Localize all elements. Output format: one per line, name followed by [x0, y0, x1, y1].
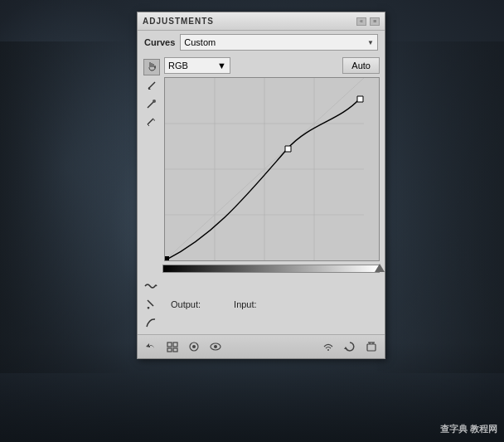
channel-dropdown-arrow: ▼ — [217, 61, 226, 70]
svg-point-14 — [214, 345, 217, 348]
tree-left-decoration — [0, 41, 133, 373]
wave-tool-button[interactable] — [143, 278, 159, 294]
svg-rect-9 — [167, 348, 172, 352]
slider-row — [138, 265, 385, 276]
tree-right-decoration — [371, 41, 504, 373]
left-toolbar — [143, 57, 161, 261]
hand-tool-button[interactable] — [143, 59, 160, 75]
circle-icon-button[interactable] — [186, 338, 202, 355]
eye-icon-button[interactable] — [207, 338, 224, 355]
curves-canvas-wrapper[interactable] — [164, 77, 380, 261]
svg-point-3 — [153, 100, 156, 103]
curve-editor-area: RGB ▼ Auto — [164, 57, 380, 261]
channel-value: RGB — [168, 61, 188, 70]
slider-handle-right[interactable] — [375, 264, 385, 272]
input-label: Input: — [234, 299, 257, 309]
pencil3-tool-button[interactable] — [143, 114, 160, 130]
channel-dropdown[interactable]: RGB ▼ — [164, 57, 230, 74]
refresh-icon-button[interactable] — [342, 338, 358, 355]
undo-button[interactable] — [143, 338, 159, 355]
svg-rect-8 — [173, 342, 177, 347]
svg-rect-7 — [167, 342, 172, 347]
curves-label: Curves — [144, 37, 175, 47]
adjustments-panel: ADJUSTMENTS « ≡ Curves Custom ▼ — [137, 12, 385, 359]
panel-collapse-button[interactable]: « — [356, 17, 366, 26]
watermark: 查字典 教程网 — [440, 423, 497, 435]
panel-title: ADJUSTMENTS — [143, 17, 214, 26]
svg-line-6 — [148, 300, 153, 306]
pencil2-tool-button[interactable] — [143, 95, 160, 112]
svg-line-4 — [148, 119, 153, 124]
svg-line-0 — [148, 82, 155, 89]
panel-titlebar: ADJUSTMENTS « ≡ — [138, 12, 385, 31]
svg-marker-15 — [344, 347, 347, 349]
auto-button[interactable]: Auto — [342, 57, 380, 74]
create-adjustment-button[interactable] — [164, 338, 181, 355]
svg-rect-16 — [367, 344, 376, 351]
delete-button[interactable] — [363, 338, 380, 355]
output-label: Output: — [171, 299, 201, 309]
preset-dropdown-arrow: ▼ — [367, 39, 374, 46]
svg-line-5 — [148, 124, 149, 126]
preset-dropdown[interactable]: Custom ▼ — [180, 34, 378, 51]
svg-rect-10 — [173, 348, 177, 352]
footer-right-tools — [320, 338, 380, 355]
panel-controls: « ≡ — [356, 17, 380, 26]
panel-menu-button[interactable]: ≡ — [370, 17, 380, 26]
brush-tool-button[interactable] — [143, 296, 159, 313]
wifi-icon-button[interactable] — [320, 338, 337, 355]
footer-toolbar — [138, 334, 385, 358]
footer-left-tools — [143, 338, 224, 355]
curves-title-row: Curves Custom ▼ — [138, 31, 385, 54]
pencil1-tool-button[interactable] — [143, 77, 160, 94]
svg-point-12 — [192, 345, 196, 348]
curves-canvas[interactable] — [165, 78, 364, 260]
channel-row: RGB ▼ Auto — [164, 57, 380, 74]
main-content: RGB ▼ Auto — [138, 54, 385, 265]
gradient-slider[interactable] — [162, 265, 380, 273]
curve-tool-button[interactable] — [143, 314, 159, 331]
preset-value: Custom — [184, 37, 216, 47]
